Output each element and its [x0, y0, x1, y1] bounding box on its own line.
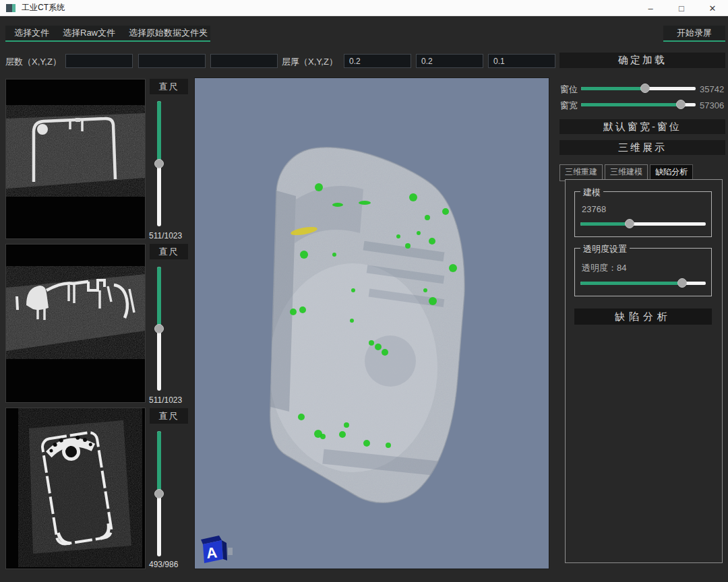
window-width-slider[interactable]: [581, 100, 696, 109]
window-title: 工业CT系统: [22, 2, 65, 13]
slice-position-2: 511/1023: [149, 395, 191, 405]
window-level-value: 35742: [700, 84, 724, 94]
slider-handle[interactable]: [677, 278, 687, 288]
window-width-label: 窗宽: [560, 100, 578, 112]
app-icon: [6, 4, 16, 12]
svg-text:A: A: [206, 544, 218, 562]
thickness-z-input[interactable]: [488, 54, 555, 68]
close-button[interactable]: ✕: [697, 0, 728, 16]
modeling-slider[interactable]: [580, 219, 706, 228]
default-window-button[interactable]: 默认窗宽-窗位: [559, 119, 725, 134]
layers-x-input[interactable]: [65, 54, 133, 68]
window-level-label: 窗位: [560, 84, 578, 96]
slider-handle[interactable]: [625, 219, 634, 228]
slider-handle[interactable]: [154, 159, 164, 168]
slider-handle[interactable]: [640, 84, 650, 93]
display-3d-button[interactable]: 三维展示: [559, 140, 725, 155]
file-toolbar: 选择文件 选择Raw文件 选择原始数据文件夹: [5, 26, 210, 42]
ruler-button-1[interactable]: 直尺: [150, 79, 188, 94]
modeling-groupbox: 建模 23768: [574, 191, 712, 237]
record-toolbar: 开始录屏: [663, 26, 725, 42]
slider-handle[interactable]: [154, 489, 164, 498]
modeling-value: 23768: [582, 204, 606, 214]
defect-analysis-button[interactable]: 缺陷分析: [574, 309, 712, 325]
app-window: 工业CT系统 – □ ✕ 选择文件 选择Raw文件 选择原始数据文件夹 开始录屏…: [0, 0, 728, 582]
slice-slider-1[interactable]: [154, 101, 164, 226]
slice-slider-2[interactable]: [154, 267, 164, 391]
layers-label: 层数（X,Y,Z）: [5, 56, 61, 68]
3d-render-view[interactable]: A: [194, 77, 549, 569]
transparency-value-label: 透明度：84: [582, 262, 626, 274]
select-file-button[interactable]: 选择文件: [8, 26, 55, 40]
ct-slice-view-xz[interactable]: [5, 79, 146, 239]
window-level-slider[interactable]: [581, 84, 696, 93]
thickness-x-input[interactable]: [344, 54, 411, 68]
ruler-button-3[interactable]: 直尺: [150, 408, 188, 424]
transparency-slider[interactable]: [580, 278, 706, 288]
slider-handle[interactable]: [676, 100, 686, 109]
slice-slider-3[interactable]: [154, 431, 164, 556]
layers-z-input[interactable]: [210, 54, 278, 68]
layers-y-input[interactable]: [138, 54, 206, 68]
transparency-groupbox: 透明度设置 透明度：84: [574, 248, 712, 296]
viewer-logo-cube: A: [201, 536, 233, 563]
thickness-y-input[interactable]: [416, 54, 483, 68]
modeling-legend: 建模: [580, 187, 603, 199]
transparency-legend: 透明度设置: [580, 243, 630, 255]
slider-handle[interactable]: [154, 324, 164, 333]
title-bar: 工业CT系统 – □ ✕: [0, 0, 728, 16]
start-record-button[interactable]: 开始录屏: [671, 26, 718, 40]
thickness-label: 层厚（X,Y,Z）: [282, 56, 338, 68]
ruler-button-2[interactable]: 直尺: [150, 244, 188, 259]
window-width-value: 57306: [700, 100, 724, 110]
select-folder-button[interactable]: 选择原始数据文件夹: [123, 26, 214, 40]
maximize-button[interactable]: □: [666, 0, 697, 16]
confirm-load-button[interactable]: 确定加载: [559, 53, 725, 68]
slice-position-1: 511/1023: [149, 231, 191, 240]
ct-slice-view-yz[interactable]: [5, 244, 146, 403]
slice-position-3: 493/986: [149, 560, 191, 569]
ct-slice-view-xy[interactable]: [5, 408, 146, 569]
minimize-button[interactable]: –: [635, 0, 666, 16]
select-raw-button[interactable]: 选择Raw文件: [57, 26, 121, 40]
